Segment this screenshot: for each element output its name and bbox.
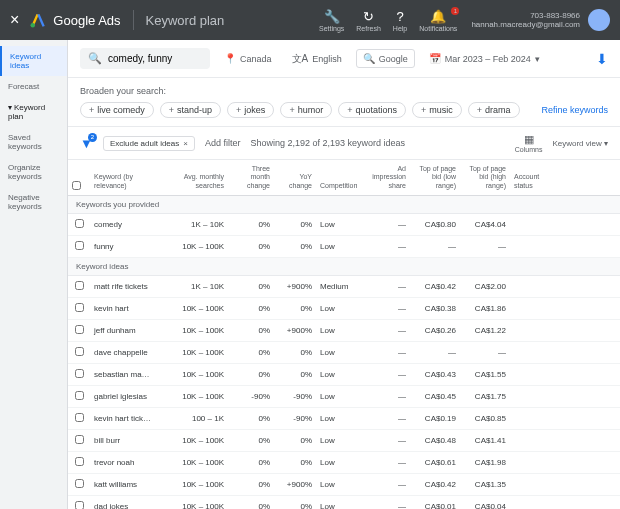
col-high[interactable]: Top of page bid (high range) (460, 160, 510, 195)
sidebar-item-saved-keywords[interactable]: Saved keywords (0, 127, 67, 157)
cell-keyword: trevor noah (90, 453, 162, 472)
search-input[interactable] (108, 53, 202, 64)
cell-keyword: bill burr (90, 431, 162, 450)
cell-acct (510, 326, 560, 336)
chip-drama[interactable]: +drama (468, 102, 520, 118)
tool-refresh[interactable]: ↻Refresh (356, 9, 381, 32)
row-checkbox[interactable] (75, 347, 84, 356)
search-icon: 🔍 (363, 53, 375, 64)
col-low[interactable]: Top of page bid (low range) (410, 160, 460, 195)
col-acct[interactable]: Account status (510, 160, 560, 195)
table-row[interactable]: comedy1K – 10K0%0%Low—CA$0.80CA$4.04 (68, 214, 620, 236)
col-yoy[interactable]: YoY change (274, 160, 316, 195)
cell-yoy: 0% (274, 215, 316, 234)
avatar[interactable] (588, 9, 610, 31)
location-pill[interactable]: 📍Canada (218, 50, 278, 67)
table-row[interactable]: bill burr10K – 100K0%0%Low—CA$0.48CA$1.4… (68, 430, 620, 452)
table-row[interactable]: funny10K – 100K0%0%Low——— (68, 236, 620, 258)
row-checkbox[interactable] (75, 241, 84, 250)
col-comp[interactable]: Competition (316, 160, 360, 195)
refine-link[interactable]: Refine keywords (541, 105, 608, 115)
view-toggle[interactable]: Keyword view ▾ (552, 139, 608, 148)
svg-point-0 (31, 23, 36, 28)
sidebar-item-forecast[interactable]: Forecast (0, 76, 67, 97)
tool-settings[interactable]: 🔧Settings (319, 9, 344, 32)
cell-yoy: 0% (274, 237, 316, 256)
cell-comp: Low (316, 365, 360, 384)
table-row[interactable]: dave chappelle10K – 100K0%0%Low——— (68, 342, 620, 364)
sidebar-item-keyword-plan[interactable]: ▾Keyword plan (0, 97, 67, 127)
row-checkbox[interactable] (75, 457, 84, 466)
cell-acct (510, 220, 560, 230)
cell-tmc: -90% (228, 387, 274, 406)
chip-quotations[interactable]: +quotations (338, 102, 406, 118)
chip-humor[interactable]: +humor (280, 102, 332, 118)
add-filter[interactable]: Add filter (205, 138, 241, 148)
table-row[interactable]: dad jokes10K – 100K0%0%Low—CA$0.01CA$0.0… (68, 496, 620, 509)
cell-avg: 10K – 100K (162, 237, 228, 256)
tool-notifications[interactable]: 🔔Notifications1 (419, 9, 457, 32)
account-id: 703-883-8966 (530, 11, 580, 20)
table-row[interactable]: kevin hart10K – 100K0%0%Low—CA$0.38CA$1.… (68, 298, 620, 320)
row-checkbox[interactable] (75, 325, 84, 334)
chip-music[interactable]: +music (412, 102, 462, 118)
language-pill[interactable]: 文AEnglish (286, 49, 348, 69)
sidebar-item-negative-keywords[interactable]: Negative keywords (0, 187, 67, 217)
cell-imp: — (360, 475, 410, 494)
cell-acct (510, 414, 560, 424)
google-ads-icon (29, 11, 47, 29)
row-checkbox[interactable] (75, 219, 84, 228)
table-row[interactable]: matt rife tickets1K – 10K0%+900%Medium—C… (68, 276, 620, 298)
cell-avg: 10K – 100K (162, 453, 228, 472)
filter-row: ▼2 Exclude adult ideas× Add filter Showi… (68, 127, 620, 160)
col-keyword[interactable]: Keyword (by relevance) (90, 160, 162, 195)
sidebar-item-keyword-ideas[interactable]: Keyword ideas (0, 46, 67, 76)
keyword-table: Keyword (by relevance) Avg. monthly sear… (68, 160, 620, 509)
cell-acct (510, 370, 560, 380)
download-icon[interactable]: ⬇ (596, 51, 608, 67)
row-checkbox[interactable] (75, 479, 84, 488)
filter-icon[interactable]: ▼2 (80, 136, 93, 151)
col-avg[interactable]: Avg. monthly searches (162, 160, 228, 195)
table-row[interactable]: katt williams10K – 100K0%+900%Low—CA$0.4… (68, 474, 620, 496)
table-row[interactable]: gabriel iglesias10K – 100K-90%-90%Low—CA… (68, 386, 620, 408)
chip-jokes[interactable]: +jokes (227, 102, 274, 118)
row-checkbox[interactable] (75, 303, 84, 312)
search-icon: 🔍 (88, 52, 102, 65)
chip-stand-up[interactable]: +stand-up (160, 102, 221, 118)
language-icon: 文A (292, 52, 309, 66)
columns-button[interactable]: ▦Columns (515, 133, 543, 153)
table-row[interactable]: trevor noah10K – 100K0%0%Low—CA$0.61CA$1… (68, 452, 620, 474)
cell-low: CA$0.61 (410, 453, 460, 472)
col-tmc[interactable]: Three month change (228, 160, 274, 195)
search-box[interactable]: 🔍 (80, 48, 210, 69)
cell-avg: 10K – 100K (162, 299, 228, 318)
row-checkbox[interactable] (75, 501, 84, 509)
close-icon[interactable]: × (183, 139, 188, 148)
table-row[interactable]: kevin hart tick…100 – 1K0%-90%Low—CA$0.1… (68, 408, 620, 430)
close-icon[interactable]: × (10, 11, 19, 29)
tool-help[interactable]: ?Help (393, 9, 407, 32)
sidebar-item-organize-keywords[interactable]: Organize keywords (0, 157, 67, 187)
filter-chip-exclude[interactable]: Exclude adult ideas× (103, 136, 195, 151)
row-checkbox[interactable] (75, 281, 84, 290)
row-checkbox[interactable] (75, 413, 84, 422)
chip-live-comedy[interactable]: +live comedy (80, 102, 154, 118)
row-checkbox[interactable] (75, 435, 84, 444)
select-all-checkbox[interactable] (72, 181, 81, 190)
cell-avg: 1K – 10K (162, 277, 228, 296)
col-imp[interactable]: Ad impression share (360, 160, 410, 195)
date-pill[interactable]: 📅Mar 2023 – Feb 2024 ▾ (423, 50, 546, 67)
cell-imp: — (360, 453, 410, 472)
row-checkbox[interactable] (75, 391, 84, 400)
cell-tmc: 0% (228, 409, 274, 428)
cell-imp: — (360, 409, 410, 428)
table-row[interactable]: jeff dunham10K – 100K0%+900%Low—CA$0.26C… (68, 320, 620, 342)
row-checkbox[interactable] (75, 369, 84, 378)
table-row[interactable]: sebastian ma…10K – 100K0%0%Low—CA$0.43CA… (68, 364, 620, 386)
cell-avg: 10K – 100K (162, 343, 228, 362)
cell-yoy: +900% (274, 277, 316, 296)
account-info[interactable]: 703-883-8966 hannah.macready@gmail.com (471, 11, 580, 29)
network-pill[interactable]: 🔍Google (356, 49, 415, 68)
cell-acct (510, 282, 560, 292)
